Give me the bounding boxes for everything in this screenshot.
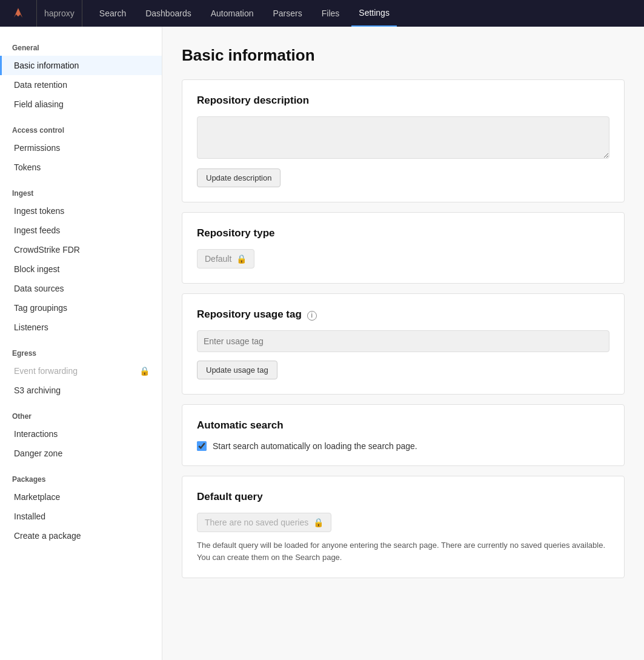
sidebar-item-event-forwarding: Event forwarding 🔒 xyxy=(0,361,162,381)
sidebar-item-tag-groupings[interactable]: Tag groupings xyxy=(0,298,162,318)
repo-description-card: Repository description Update descriptio… xyxy=(182,79,625,202)
nav-dashboards[interactable]: Dashboards xyxy=(138,0,199,27)
update-usage-tag-button[interactable]: Update usage tag xyxy=(197,361,277,379)
repo-type-value: Default xyxy=(205,254,231,264)
sidebar-item-field-aliasing[interactable]: Field aliasing xyxy=(0,95,162,114)
default-query-lock-icon: 🔒 xyxy=(313,518,324,527)
repo-type-card: Repository type Default 🔒 xyxy=(182,212,625,284)
automatic-search-label: Start search automatically on loading th… xyxy=(213,441,417,451)
sidebar-item-danger-zone[interactable]: Danger zone xyxy=(0,444,162,463)
default-query-title: Default query xyxy=(197,491,609,503)
sidebar-item-tokens[interactable]: Tokens xyxy=(0,158,162,177)
sidebar-item-permissions[interactable]: Permissions xyxy=(0,138,162,158)
repo-usage-tag-card: Repository usage tag i Update usage tag xyxy=(182,293,625,395)
sidebar-section-other: Other xyxy=(0,405,162,424)
sidebar-item-listeners[interactable]: Listeners xyxy=(0,318,162,337)
repo-usage-tag-title: Repository usage tag i xyxy=(197,308,609,321)
sidebar-section-access-control: Access control xyxy=(0,119,162,138)
nav-files[interactable]: Files xyxy=(314,0,347,27)
sidebar-item-data-sources[interactable]: Data sources xyxy=(0,279,162,298)
app-logo xyxy=(10,5,27,22)
sidebar-item-create-package[interactable]: Create a package xyxy=(0,526,162,545)
repo-description-textarea[interactable] xyxy=(197,116,609,159)
page-title: Basic information xyxy=(182,46,625,65)
repo-type-lock-icon: 🔒 xyxy=(236,254,247,264)
sidebar: General Basic information Data retention… xyxy=(0,27,162,660)
repo-name: haproxy xyxy=(36,0,82,27)
lock-icon: 🔒 xyxy=(139,366,150,376)
sidebar-section-general: General xyxy=(0,36,162,56)
page-layout: General Basic information Data retention… xyxy=(0,27,644,660)
nav-search[interactable]: Search xyxy=(92,0,133,27)
sidebar-item-ingest-feeds[interactable]: Ingest feeds xyxy=(0,221,162,240)
usage-tag-input[interactable] xyxy=(197,330,609,352)
sidebar-item-marketplace[interactable]: Marketplace xyxy=(0,487,162,507)
repo-description-title: Repository description xyxy=(197,95,609,107)
sidebar-section-ingest: Ingest xyxy=(0,182,162,201)
default-query-card: Default query There are no saved queries… xyxy=(182,476,625,578)
main-content: Basic information Repository description… xyxy=(162,27,644,660)
nav-settings[interactable]: Settings xyxy=(351,0,397,27)
repo-type-title: Repository type xyxy=(197,227,609,239)
info-icon: i xyxy=(307,311,317,321)
sidebar-section-egress: Egress xyxy=(0,342,162,361)
automatic-search-card: Automatic search Start search automatica… xyxy=(182,404,625,466)
update-description-button[interactable]: Update description xyxy=(197,168,281,187)
nav-automation[interactable]: Automation xyxy=(204,0,261,27)
sidebar-section-packages: Packages xyxy=(0,468,162,487)
automatic-search-title: Automatic search xyxy=(197,419,609,432)
default-query-field: There are no saved queries 🔒 xyxy=(197,513,331,532)
nav-parsers[interactable]: Parsers xyxy=(266,0,310,27)
repo-type-field: Default 🔒 xyxy=(197,249,254,268)
sidebar-item-block-ingest[interactable]: Block ingest xyxy=(0,259,162,279)
automatic-search-row: Start search automatically on loading th… xyxy=(197,441,609,451)
default-query-description: The default query will be loaded for any… xyxy=(197,539,609,563)
sidebar-item-data-retention[interactable]: Data retention xyxy=(0,75,162,95)
sidebar-item-crowdstrike-fdr[interactable]: CrowdStrike FDR xyxy=(0,240,162,259)
sidebar-item-ingest-tokens[interactable]: Ingest tokens xyxy=(0,201,162,221)
no-saved-queries-label: There are no saved queries xyxy=(205,518,308,527)
sidebar-item-installed[interactable]: Installed xyxy=(0,507,162,526)
automatic-search-checkbox[interactable] xyxy=(197,441,207,451)
sidebar-item-interactions[interactable]: Interactions xyxy=(0,424,162,444)
sidebar-item-basic-information[interactable]: Basic information xyxy=(0,56,162,75)
top-navigation: haproxy Search Dashboards Automation Par… xyxy=(0,0,644,27)
sidebar-item-s3-archiving[interactable]: S3 archiving xyxy=(0,381,162,400)
